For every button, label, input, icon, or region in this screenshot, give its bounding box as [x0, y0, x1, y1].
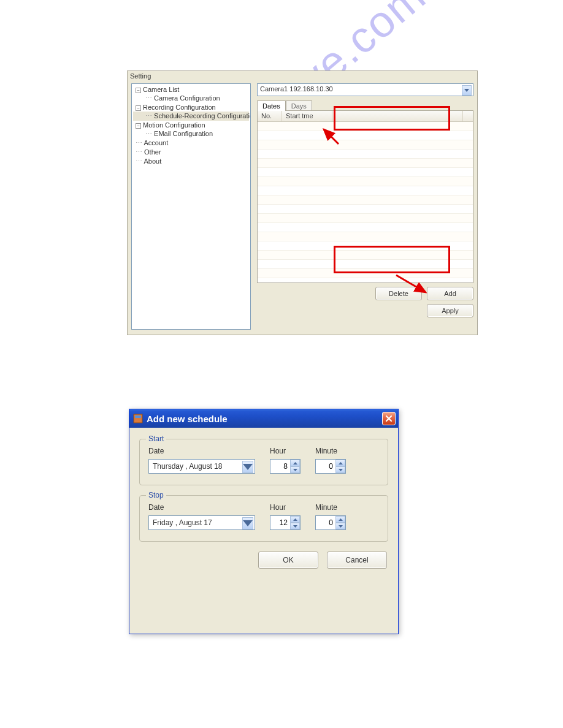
column-blank [332, 111, 463, 121]
chevron-down-icon[interactable] [242, 461, 253, 473]
grid-row [258, 168, 473, 177]
tree-about[interactable]: ⋯ About [133, 157, 249, 166]
tree-other[interactable]: ⋯ Other [133, 148, 249, 157]
settings-window: Setting −Camera List ⋯ Camera Configurat… [127, 70, 478, 335]
collapse-icon[interactable]: − [136, 88, 141, 93]
start-date-picker[interactable]: Thursday , August 18 [148, 459, 255, 474]
camera-select[interactable]: Camera1 192.168.10.30 [257, 83, 473, 96]
spinner-down-icon[interactable] [335, 523, 345, 529]
settings-window-title: Setting [128, 71, 477, 81]
spinner-down-icon[interactable] [290, 466, 300, 473]
dialog-titlebar: Add new schedule [129, 409, 398, 428]
start-hour-label: Hour [270, 447, 301, 455]
dialog-title: Add new schedule [147, 414, 382, 424]
collapse-icon[interactable]: − [136, 123, 141, 129]
tab-days[interactable]: Days [286, 100, 312, 111]
grid-row [258, 131, 473, 140]
tree-account[interactable]: ⋯ Account [133, 138, 249, 148]
tab-dates[interactable]: Dates [257, 100, 286, 111]
add-schedule-dialog: Add new schedule Start Date Thursday , A… [129, 409, 399, 634]
grid-row [258, 269, 473, 278]
stop-hour-value: 12 [270, 518, 290, 527]
settings-tree: −Camera List ⋯ Camera Configuration −Rec… [131, 83, 251, 330]
stop-date-value: Friday , August 17 [153, 518, 212, 527]
grid-row [258, 260, 473, 269]
grid-body [258, 122, 473, 282]
ok-button[interactable]: OK [258, 552, 318, 569]
tree-schedule-recording[interactable]: ⋯ Schedule-Recording Configuration [133, 112, 249, 121]
tree-email-config[interactable]: ⋯ EMail Configuration [133, 129, 249, 138]
spinner-up-icon[interactable] [290, 516, 300, 523]
add-button[interactable]: Add [427, 287, 473, 300]
tree-recording-config[interactable]: −Recording Configuration [133, 103, 249, 112]
grid-row [258, 177, 473, 186]
tree-camera-list[interactable]: −Camera List [133, 85, 249, 94]
grid-row [258, 205, 473, 214]
close-button[interactable] [382, 412, 396, 425]
close-icon [385, 415, 393, 422]
stop-legend: Stop [146, 491, 166, 499]
start-minute-spinner[interactable]: 0 [315, 459, 346, 474]
grid-row [258, 232, 473, 241]
grid-row [258, 140, 473, 150]
grid-header: No. Start tme [258, 111, 473, 122]
start-date-value: Thursday , August 18 [153, 462, 222, 471]
start-hour-spinner[interactable]: 8 [270, 459, 301, 474]
start-hour-value: 8 [270, 462, 290, 471]
grid-row [258, 150, 473, 159]
stop-hour-spinner[interactable]: 12 [270, 515, 301, 530]
grid-row [258, 241, 473, 251]
spinner-down-icon[interactable] [335, 466, 345, 473]
tabs: Dates Days [257, 100, 473, 110]
stop-minute-spinner[interactable]: 0 [315, 515, 346, 530]
tree-camera-config[interactable]: ⋯ Camera Configuration [133, 94, 249, 103]
chevron-down-icon[interactable] [462, 85, 472, 96]
stop-hour-label: Hour [270, 503, 301, 512]
grid-row [258, 159, 473, 168]
collapse-icon[interactable]: − [136, 105, 141, 111]
start-minute-label: Minute [315, 447, 346, 455]
grid-row [258, 195, 473, 205]
camera-select-value: Camera1 192.168.10.30 [260, 85, 333, 93]
tree-motion-config[interactable]: −Motion Configuration [133, 121, 249, 129]
grid-row [258, 186, 473, 195]
apply-button[interactable]: Apply [427, 304, 473, 317]
grid-row [258, 214, 473, 223]
stop-date-label: Date [148, 503, 255, 512]
column-scroll-spacer [463, 111, 473, 121]
grid-row [258, 122, 473, 131]
delete-button[interactable]: Delete [375, 287, 422, 300]
cancel-button[interactable]: Cancel [327, 552, 387, 569]
svg-rect-3 [135, 415, 141, 418]
start-minute-value: 0 [316, 462, 335, 471]
spinner-down-icon[interactable] [290, 523, 300, 529]
column-no[interactable]: No. [258, 111, 282, 121]
start-date-label: Date [148, 447, 255, 455]
grid-row [258, 251, 473, 260]
stop-date-picker[interactable]: Friday , August 17 [148, 515, 255, 530]
spinner-up-icon[interactable] [335, 516, 345, 523]
column-start-time[interactable]: Start tme [282, 111, 332, 121]
dialog-app-icon [133, 414, 143, 423]
spinner-up-icon[interactable] [290, 460, 300, 466]
stop-minute-value: 0 [316, 518, 335, 527]
stop-minute-label: Minute [315, 503, 346, 512]
chevron-down-icon[interactable] [242, 517, 253, 529]
schedule-grid: No. Start tme [257, 110, 473, 283]
start-fieldset: Start Date Thursday , August 18 Hour 8 [139, 439, 388, 485]
stop-fieldset: Stop Date Friday , August 17 Hour 12 [139, 495, 388, 542]
start-legend: Start [146, 434, 166, 443]
grid-row [258, 223, 473, 232]
spinner-up-icon[interactable] [335, 460, 345, 466]
